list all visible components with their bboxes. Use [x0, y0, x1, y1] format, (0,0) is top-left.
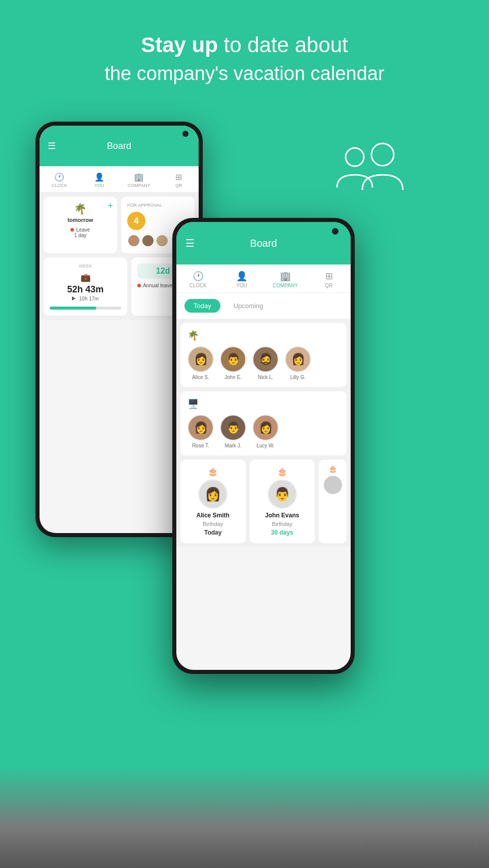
tab-company[interactable]: 🏢 COMPANY: [119, 170, 159, 190]
tab-qr[interactable]: ⊞ QR: [159, 170, 199, 190]
avatar-rose-t-img: 👩: [187, 414, 214, 441]
approval-badge: 4: [127, 212, 145, 230]
tomorrow-card: + 🌴 tomorrow Leave 1 day: [44, 197, 117, 253]
avatar-mark-j-name: Mark J.: [225, 443, 242, 448]
leave-label: Leave: [76, 227, 90, 233]
avatar-nick-l-img: 🧔: [252, 346, 279, 372]
avatar-lucy-w: 👩 Lucy W.: [252, 414, 279, 448]
app2-tab-you-label: YOU: [236, 283, 247, 288]
app2-header: ☰ Board: [176, 222, 351, 265]
app2-tab-clock[interactable]: 🕐 CLOCK: [176, 269, 220, 290]
annual-leave-dot: [137, 284, 141, 287]
app1-tabs: 🕐 CLOCK 👤 YOU 🏢 COMPANY ⊞ QR: [40, 166, 199, 193]
birthday-card-john: 🎂 👨 John Evans Birthday 30 days: [250, 460, 315, 543]
clock-icon: 🕐: [54, 172, 64, 182]
app2-tab-company-label: COMPANY: [273, 283, 298, 288]
bday-avatar-alice: 👩: [198, 479, 228, 509]
app1-header: ☰ Board: [40, 126, 199, 166]
page-header: Stay up to date about the company's vaca…: [0, 30, 489, 87]
avatar-mark-j: 👨 Mark J.: [220, 414, 246, 448]
company-icon: 🏢: [134, 172, 144, 182]
header-line2: the company's vacation calendar: [0, 60, 489, 87]
birthday-card-alice: 🎂 👩 Alice Smith Birthday Today: [180, 460, 246, 543]
app2-body: 🌴 👩 Alice S. 👨 John E.: [176, 319, 351, 547]
svg-point-1: [371, 143, 394, 166]
bday-icon-1: 🎂: [208, 467, 218, 476]
app2-you-icon: 👤: [236, 271, 247, 282]
phone2-camera: [332, 228, 338, 235]
tab-qr-label: QR: [175, 183, 182, 188]
app1-title: Board: [107, 141, 131, 152]
remote-section-icon: 🖥️: [187, 398, 340, 409]
app2-tab-you[interactable]: 👤 YOU: [220, 269, 264, 290]
app2-tabs: 🕐 CLOCK 👤 YOU 🏢 COMPANY ⊞ QR: [176, 265, 351, 293]
avatar-lucy-w-name: Lucy W.: [256, 443, 275, 448]
progress-bar: [50, 307, 121, 310]
app2-tab-qr[interactable]: ⊞ QR: [307, 269, 351, 290]
qr-icon: ⊞: [175, 172, 182, 182]
bday-date-alice: Today: [204, 529, 221, 536]
avatar-alice-s-name: Alice S.: [192, 374, 209, 380]
avatar-john-e: 👨 John E.: [220, 346, 246, 380]
sub-hours: 10h 17m: [50, 296, 121, 301]
vacation-section: 🌴 👩 Alice S. 👨 John E.: [180, 323, 347, 387]
avatar-john-e-img: 👨: [220, 346, 246, 372]
app2-company-icon: 🏢: [280, 271, 291, 282]
birthday-row: 🎂 👩 Alice Smith Birthday Today 🎂 👨 John …: [180, 460, 347, 543]
app2-title: Board: [250, 238, 277, 249]
avatar-lilly-g-img: 👩: [285, 346, 311, 372]
svg-point-0: [346, 148, 364, 166]
tab-company-label: COMPANY: [128, 183, 151, 188]
play-icon: [72, 296, 76, 300]
people-icon: [322, 142, 423, 203]
avatar-nick-l: 🧔 Nick L.: [252, 346, 279, 380]
week-hours: 52h 43m: [50, 284, 121, 295]
app2-qr-icon: ⊞: [325, 271, 333, 282]
leave-days: 1 day: [50, 233, 111, 238]
week-card: WEEK 💼 52h 43m 10h 17m: [44, 257, 127, 316]
bday-icon-2: 🎂: [277, 467, 287, 476]
header-line1: Stay up to date about: [0, 30, 489, 60]
tab-clock[interactable]: 🕐 CLOCK: [40, 170, 80, 190]
bday-label-alice: Birthday: [203, 521, 223, 527]
tab-you[interactable]: 👤 YOU: [80, 170, 120, 190]
bday-label-john: Birthday: [272, 521, 292, 527]
app2-tab-clock-label: CLOCK: [190, 283, 207, 288]
add-button[interactable]: +: [107, 201, 113, 211]
avatar-alice-s: 👩 Alice S.: [187, 346, 214, 380]
avatar-nick-l-name: Nick L.: [258, 374, 274, 380]
phone2-screen: ☰ Board 🕐 CLOCK 👤 YOU 🏢 COMPANY ⊞ QR: [176, 222, 351, 670]
avatar-rose-t-name: Rose T.: [192, 443, 209, 448]
avatar-mark-j-img: 👨: [220, 414, 246, 441]
app2-tab-company[interactable]: 🏢 COMPANY: [264, 269, 307, 290]
bday-avatar-partial: [324, 476, 342, 494]
bday-name-alice: Alice Smith: [197, 512, 230, 520]
you-icon: 👤: [94, 172, 104, 182]
mini-avatar-3: [156, 234, 169, 247]
bday-date-john: 30 days: [271, 529, 293, 536]
leave-dot: [70, 228, 74, 232]
remote-avatars: 👩 Rose T. 👨 Mark J. 👩 Lu: [187, 414, 340, 448]
avatar-rose-t: 👩 Rose T.: [187, 414, 214, 448]
bottom-background: [0, 767, 489, 868]
avatar-john-e-name: John E.: [224, 374, 242, 380]
subtab-upcoming[interactable]: Upcoming: [224, 299, 273, 313]
bday-avatar-john: 👨: [268, 479, 297, 509]
avatar-lucy-w-img: 👩: [252, 414, 279, 441]
avatar-lilly-g: 👩 Lilly G.: [285, 346, 311, 380]
week-label: WEEK: [50, 263, 121, 269]
bday-icon-partial: 🎂: [328, 465, 337, 473]
bday-name-john: John Evans: [265, 512, 299, 520]
menu-icon[interactable]: ☰: [48, 140, 56, 152]
phone1-camera: [182, 131, 189, 137]
briefcase-icon: 💼: [50, 273, 121, 282]
approval-label: FOR APPROVAL: [127, 203, 189, 208]
tab-clock-label: CLOCK: [52, 183, 67, 188]
app2-subtabs: Today Upcoming: [176, 293, 351, 319]
mini-avatar-1: [127, 234, 140, 247]
app2-tab-qr-label: QR: [325, 283, 333, 288]
app2-menu-icon[interactable]: ☰: [185, 237, 195, 249]
palm-section-icon: 🌴: [187, 330, 340, 341]
avatar-lilly-g-name: Lilly G.: [290, 374, 306, 380]
subtab-today[interactable]: Today: [184, 299, 220, 313]
